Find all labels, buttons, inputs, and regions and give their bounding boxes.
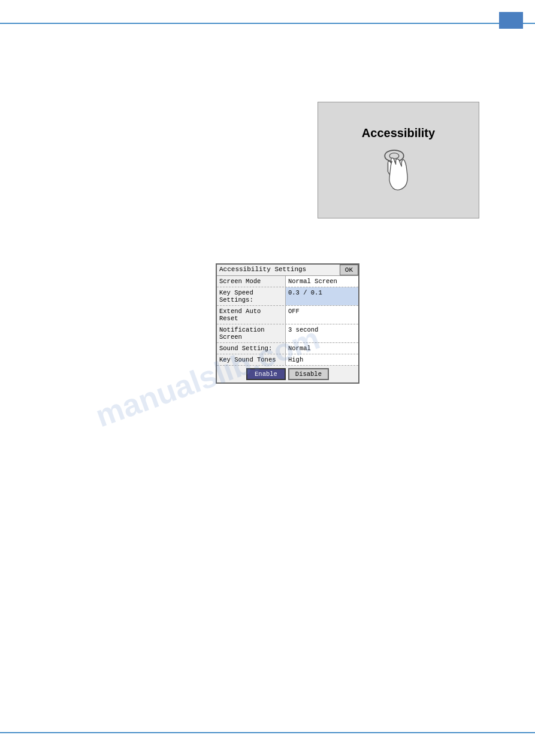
value-screen-mode: Normal Screen: [286, 276, 358, 287]
value-key-speed: 0.3 / 0.1: [286, 287, 358, 305]
top-line: [0, 23, 535, 24]
settings-row-notification: Notification Screen 3 second: [217, 324, 358, 343]
svg-point-1: [389, 153, 399, 159]
label-key-sound-tones: Key Sound Tones: [217, 354, 286, 365]
settings-row-extend-auto-reset: Extend Auto Reset OFF: [217, 306, 358, 324]
top-right-square: [499, 12, 523, 29]
ok-button[interactable]: OK: [340, 265, 358, 275]
settings-dialog-title: Accessibility Settings: [217, 265, 340, 275]
settings-buttons-row: Enable Disable: [217, 366, 358, 382]
settings-row-sound-setting: Sound Setting: Normal: [217, 343, 358, 354]
label-extend-auto-reset: Extend Auto Reset: [217, 306, 286, 324]
enable-button[interactable]: Enable: [246, 368, 286, 380]
settings-row-key-speed: Key Speed Settings: 0.3 / 0.1: [217, 287, 358, 306]
accessibility-image-box: Accessibility: [318, 102, 479, 218]
label-key-speed: Key Speed Settings:: [217, 287, 286, 305]
settings-row-key-sound-tones: Key Sound Tones High: [217, 354, 358, 366]
hand-button-icon: [377, 146, 419, 194]
value-sound-setting: Normal: [286, 343, 358, 354]
label-notification: Notification Screen: [217, 324, 286, 342]
accessibility-image-title: Accessibility: [362, 126, 435, 140]
value-notification: 3 second: [286, 324, 358, 342]
value-extend-auto-reset: OFF: [286, 306, 358, 324]
disable-button[interactable]: Disable: [288, 368, 329, 380]
bottom-line: [0, 732, 535, 733]
value-key-sound-tones: High: [286, 354, 358, 365]
settings-title-row: Accessibility Settings OK: [217, 265, 358, 276]
label-screen-mode: Screen Mode: [217, 276, 286, 287]
accessibility-settings-dialog: Accessibility Settings OK Screen Mode No…: [216, 263, 359, 384]
settings-row-screen-mode: Screen Mode Normal Screen: [217, 276, 358, 287]
label-sound-setting: Sound Setting:: [217, 343, 286, 354]
